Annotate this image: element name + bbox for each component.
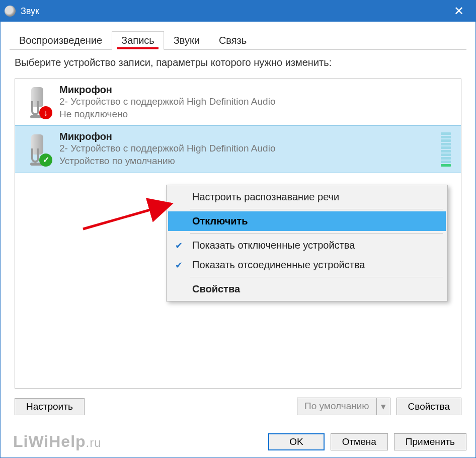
configure-button[interactable]: Настроить bbox=[15, 398, 85, 415]
menu-item-disable[interactable]: Отключить bbox=[168, 211, 446, 231]
sound-window: Звук ✕ Воспроизведение Запись Звуки Связ… bbox=[0, 0, 476, 458]
close-button[interactable]: ✕ bbox=[446, 1, 471, 22]
device-list[interactable]: Микрофон 2- Устройство с поддержкой High… bbox=[15, 79, 461, 389]
tabstrip: Воспроизведение Запись Звуки Связь bbox=[10, 31, 466, 50]
device-status: Не подключено bbox=[59, 108, 453, 121]
watermark: LiWiHelp.ru bbox=[13, 432, 102, 451]
lower-button-row: Настроить По умолчанию ▾ Свойства bbox=[15, 398, 461, 415]
svg-line-0 bbox=[83, 204, 171, 229]
window-title: Звук bbox=[21, 6, 446, 17]
microphone-icon bbox=[23, 133, 51, 166]
menu-item-show-disconnected[interactable]: ✔ Показать отсоединенные устройства bbox=[168, 255, 446, 275]
menu-separator bbox=[190, 209, 443, 209]
menu-separator bbox=[190, 277, 443, 277]
properties-button[interactable]: Свойства bbox=[396, 398, 461, 415]
device-text: Микрофон 2- Устройство с поддержкой High… bbox=[59, 84, 453, 120]
device-subtitle: 2- Устройство с поддержкой High Definiti… bbox=[59, 142, 433, 155]
tab-recording[interactable]: Запись bbox=[112, 31, 164, 50]
microphone-icon bbox=[23, 86, 51, 118]
dialog-content: Воспроизведение Запись Звуки Связь Выбер… bbox=[1, 22, 475, 426]
tab-sounds[interactable]: Звуки bbox=[164, 31, 209, 50]
menu-item-show-disabled[interactable]: ✔ Показать отключенные устройства bbox=[168, 236, 446, 255]
device-name: Микрофон bbox=[59, 84, 453, 96]
disconnected-badge-icon bbox=[39, 106, 52, 119]
apply-button[interactable]: Применить bbox=[394, 433, 466, 450]
check-icon: ✔ bbox=[175, 240, 183, 251]
watermark-suffix: .ru bbox=[86, 436, 102, 449]
default-split-button[interactable]: По умолчанию ▾ bbox=[297, 398, 390, 415]
default-badge-icon bbox=[39, 154, 52, 167]
tab-playback[interactable]: Воспроизведение bbox=[10, 31, 112, 50]
device-item-default[interactable]: Микрофон 2- Устройство с поддержкой High… bbox=[15, 125, 461, 173]
menu-item-properties[interactable]: Свойства bbox=[168, 279, 446, 299]
menu-label: Показать отсоединенные устройства bbox=[192, 259, 365, 271]
menu-item-speech[interactable]: Настроить распознавание речи bbox=[168, 187, 446, 207]
speaker-icon bbox=[5, 6, 16, 17]
tab-body-recording: Выберите устройство записи, параметры ко… bbox=[10, 50, 466, 420]
device-status: Устройство по умолчанию bbox=[59, 155, 433, 168]
level-meter bbox=[441, 132, 451, 167]
default-button-label: По умолчанию bbox=[297, 398, 376, 415]
cancel-button[interactable]: Отмена bbox=[331, 433, 388, 450]
menu-separator bbox=[190, 233, 443, 234]
device-name: Микрофон bbox=[59, 131, 433, 142]
watermark-main: LiWiHelp bbox=[13, 432, 86, 450]
context-menu: Настроить распознавание речи Отключить ✔… bbox=[166, 185, 448, 301]
check-icon: ✔ bbox=[175, 260, 183, 271]
instruction-text: Выберите устройство записи, параметры ко… bbox=[15, 57, 461, 68]
close-icon: ✕ bbox=[454, 4, 464, 18]
ok-button[interactable]: OK bbox=[268, 433, 324, 450]
device-item-disconnected[interactable]: Микрофон 2- Устройство с поддержкой High… bbox=[15, 79, 461, 125]
device-subtitle: 2- Устройство с поддержкой High Definiti… bbox=[59, 96, 453, 108]
tab-communications[interactable]: Связь bbox=[209, 31, 256, 50]
device-text: Микрофон 2- Устройство с поддержкой High… bbox=[59, 131, 433, 167]
titlebar: Звук ✕ bbox=[1, 1, 475, 22]
chevron-down-icon: ▾ bbox=[376, 398, 390, 415]
menu-label: Показать отключенные устройства bbox=[192, 240, 355, 251]
